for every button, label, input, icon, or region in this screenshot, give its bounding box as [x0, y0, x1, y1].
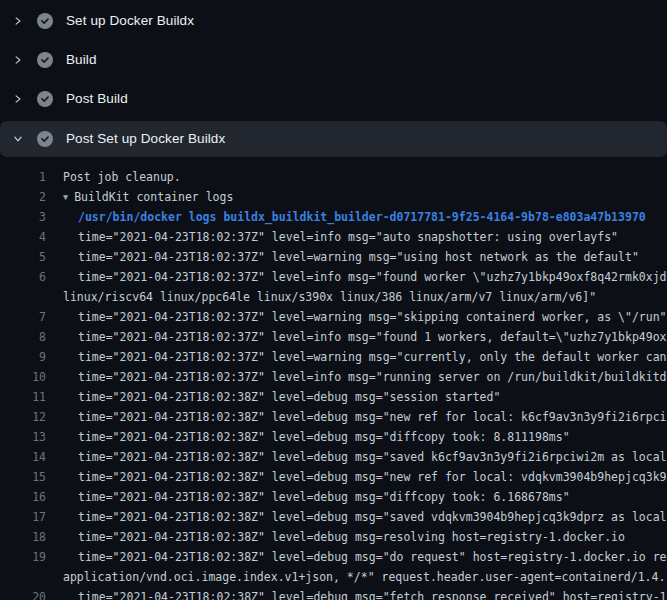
log-line-number[interactable]: 11: [0, 387, 46, 407]
log-line-text: time="2021-04-23T18:02:37Z" level=info m…: [78, 367, 667, 387]
step-label: Build: [66, 53, 97, 67]
log-line: 20 time="2021-04-23T18:02:38Z" level=deb…: [0, 587, 667, 600]
log-line-number[interactable]: 5: [0, 247, 46, 267]
log-line-number[interactable]: 12: [0, 407, 46, 427]
log-line-text: time="2021-04-23T18:02:38Z" level=debug …: [78, 427, 570, 447]
log-line-number[interactable]: 4: [0, 227, 46, 247]
steps-list: Set up Docker Buildx Build: [0, 0, 667, 600]
step-label: Set up Docker Buildx: [66, 14, 194, 28]
step-header-post-set-up-docker-buildx[interactable]: Post Set up Docker Buildx: [0, 121, 667, 157]
log-line-number[interactable]: 2: [0, 187, 46, 207]
log-line-text: time="2021-04-23T18:02:38Z" level=debug …: [78, 467, 667, 487]
log-line: application/vnd.oci.image.index.v1+json,…: [0, 567, 667, 587]
log-line-text: time="2021-04-23T18:02:37Z" level=warnin…: [78, 307, 667, 327]
group-toggle-icon[interactable]: ▼: [63, 187, 68, 207]
log-line-text: time="2021-04-23T18:02:38Z" level=debug …: [78, 547, 667, 567]
log-line-text: time="2021-04-23T18:02:37Z" level=info m…: [78, 227, 618, 247]
log-line-text: ▼BuildKit container logs: [63, 187, 233, 207]
log-line: 17 time="2021-04-23T18:02:38Z" level=deb…: [0, 507, 667, 527]
log-line-text: time="2021-04-23T18:02:37Z" level=info m…: [78, 267, 667, 287]
log-line-number[interactable]: 17: [0, 507, 46, 527]
log-line-number[interactable]: 13: [0, 427, 46, 447]
log-line-text: time="2021-04-23T18:02:37Z" level=warnin…: [78, 347, 667, 367]
log-line: 8 time="2021-04-23T18:02:37Z" level=info…: [0, 327, 667, 347]
log-line: 4 time="2021-04-23T18:02:37Z" level=info…: [0, 227, 667, 247]
log-line: 19 time="2021-04-23T18:02:38Z" level=deb…: [0, 547, 667, 567]
log-line-text: time="2021-04-23T18:02:38Z" level=debug …: [78, 407, 667, 427]
log-line-text: time="2021-04-23T18:02:38Z" level=debug …: [78, 387, 500, 407]
log-line-number[interactable]: 7: [0, 307, 46, 327]
log-line-text: Post job cleanup.: [63, 167, 181, 187]
log-line-number[interactable]: 15: [0, 467, 46, 487]
chevron-right-icon: [13, 94, 23, 104]
step-label: Post Build: [66, 92, 128, 106]
log-line-text: time="2021-04-23T18:02:38Z" level=debug …: [78, 447, 667, 467]
log-line: 11 time="2021-04-23T18:02:38Z" level=deb…: [0, 387, 667, 407]
step-header-post-build[interactable]: Post Build: [0, 79, 667, 118]
log-line: 16 time="2021-04-23T18:02:38Z" level=deb…: [0, 487, 667, 507]
log-line: 6 time="2021-04-23T18:02:37Z" level=info…: [0, 267, 667, 287]
check-circle-icon: [37, 13, 53, 29]
log-line: 13 time="2021-04-23T18:02:38Z" level=deb…: [0, 427, 667, 447]
chevron-right-icon: [13, 55, 23, 65]
chevron-right-icon: [13, 16, 23, 26]
log-viewer[interactable]: 1 Post job cleanup. 2 ▼BuildKit containe…: [0, 157, 667, 600]
group-title: BuildKit container logs: [74, 190, 233, 204]
step-label: Post Set up Docker Buildx: [66, 132, 225, 146]
step-header-build[interactable]: Build: [0, 40, 667, 79]
log-group-header[interactable]: 2 ▼BuildKit container logs: [0, 187, 667, 207]
log-line-text: time="2021-04-23T18:02:37Z" level=warnin…: [78, 247, 639, 267]
log-line-number[interactable]: 3: [0, 207, 46, 227]
log-line: linux/riscv64 linux/ppc64le linux/s390x …: [0, 287, 667, 307]
log-line: 12 time="2021-04-23T18:02:38Z" level=deb…: [0, 407, 667, 427]
log-command-text: /usr/bin/docker logs buildx_buildkit_bui…: [78, 207, 646, 227]
log-line: 7 time="2021-04-23T18:02:37Z" level=warn…: [0, 307, 667, 327]
check-circle-icon: [37, 52, 53, 68]
log-line-number[interactable]: 16: [0, 487, 46, 507]
chevron-down-icon: [13, 134, 23, 144]
log-line-number[interactable]: 14: [0, 447, 46, 467]
log-line-text: time="2021-04-23T18:02:38Z" level=debug …: [78, 587, 667, 600]
step-header-set-up-docker-buildx[interactable]: Set up Docker Buildx: [0, 1, 667, 40]
log-line-text: time="2021-04-23T18:02:37Z" level=info m…: [78, 327, 667, 347]
log-line-number: [0, 567, 46, 587]
log-line-number[interactable]: 8: [0, 327, 46, 347]
log-line-text: time="2021-04-23T18:02:38Z" level=debug …: [78, 487, 570, 507]
log-line-number[interactable]: 9: [0, 347, 46, 367]
log-line: 9 time="2021-04-23T18:02:37Z" level=warn…: [0, 347, 667, 367]
log-line: 10 time="2021-04-23T18:02:37Z" level=inf…: [0, 367, 667, 387]
log-line: 3 /usr/bin/docker logs buildx_buildkit_b…: [0, 207, 667, 227]
log-line: 5 time="2021-04-23T18:02:37Z" level=warn…: [0, 247, 667, 267]
log-line-text: linux/riscv64 linux/ppc64le linux/s390x …: [63, 287, 596, 307]
check-circle-icon: [37, 91, 53, 107]
log-line: 18 time="2021-04-23T18:02:38Z" level=deb…: [0, 527, 667, 547]
log-line: 14 time="2021-04-23T18:02:38Z" level=deb…: [0, 447, 667, 467]
log-line-number[interactable]: 18: [0, 527, 46, 547]
log-line: 15 time="2021-04-23T18:02:38Z" level=deb…: [0, 467, 667, 487]
log-line-text: application/vnd.oci.image.index.v1+json,…: [63, 567, 665, 587]
log-line-number: [0, 287, 46, 307]
log-line-number[interactable]: 6: [0, 267, 46, 287]
log-line-number[interactable]: 19: [0, 547, 46, 567]
check-circle-icon: [37, 131, 53, 147]
log-line-number[interactable]: 10: [0, 367, 46, 387]
log-line-text: time="2021-04-23T18:02:38Z" level=debug …: [78, 527, 625, 547]
log-line: 1 Post job cleanup.: [0, 167, 667, 187]
log-line-number[interactable]: 1: [0, 167, 46, 187]
log-line-number[interactable]: 20: [0, 587, 46, 600]
log-line-text: time="2021-04-23T18:02:38Z" level=debug …: [78, 507, 667, 527]
